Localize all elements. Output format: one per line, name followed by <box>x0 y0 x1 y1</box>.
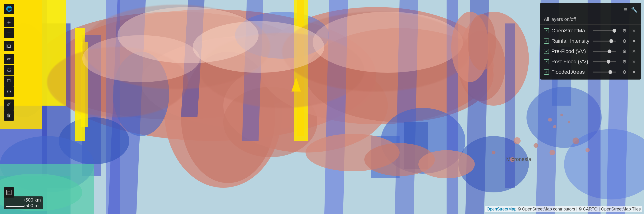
svg-point-70 <box>548 118 552 122</box>
globe-icon: 🌐 <box>6 6 12 12</box>
svg-point-57 <box>514 137 520 144</box>
layer-row-pre-flood: Pre-Flood (VV) ⚙ ✕ <box>540 46 641 56</box>
svg-point-59 <box>550 150 555 155</box>
attribution: OpenStreetMap © OpenStreetMap contributo… <box>485 206 642 212</box>
wrench-icon[interactable]: 🔧 <box>631 7 638 13</box>
left-toolbar: 🌐 + − ⊡ ✏ ⬠ □ ⊙ ✐ 🗑 <box>4 4 14 121</box>
svg-point-56 <box>312 12 463 73</box>
draw-pencil-button[interactable]: ✏ <box>4 54 14 64</box>
layer-opacity-rainfall[interactable] <box>593 41 616 41</box>
draw-polygon-button[interactable]: ⬠ <box>4 65 14 75</box>
layer-settings-flooded[interactable]: ⚙ <box>621 68 628 76</box>
layer-slider-container-rainfall <box>593 41 618 41</box>
layer-row-flooded-areas: Flooded Areas ⚙ ✕ <box>540 67 641 77</box>
all-layers-label: All layers on/off <box>544 17 576 22</box>
layer-checkbox-pre-flood[interactable] <box>544 49 549 54</box>
svg-rect-44 <box>505 23 515 188</box>
svg-point-69 <box>468 14 496 70</box>
layer-slider-container-post-flood <box>593 61 618 62</box>
svg-point-54 <box>82 35 200 82</box>
list-icon[interactable]: ≡ <box>624 6 627 13</box>
layer-settings-pre-flood[interactable]: ⚙ <box>621 48 628 55</box>
attribution-suffix: © OpenStreetMap contributors | © CARTO |… <box>518 207 641 212</box>
all-layers-row[interactable]: All layers on/off <box>540 15 641 23</box>
layer-checkbox-flooded-areas[interactable] <box>544 69 549 75</box>
layer-settings-openstreetmap[interactable]: ⚙ <box>621 27 628 34</box>
zoom-out-button[interactable]: − <box>4 28 14 38</box>
edit-icon: ✐ <box>7 102 11 108</box>
svg-point-62 <box>572 138 579 144</box>
add-point-button[interactable]: ⊙ <box>4 86 14 97</box>
svg-point-72 <box>553 125 556 128</box>
svg-point-55 <box>193 21 324 73</box>
delete-features-button[interactable]: 🗑 <box>4 110 14 121</box>
trash-icon: 🗑 <box>6 113 11 118</box>
layer-remove-post-flood[interactable]: ✕ <box>630 58 638 65</box>
zoom-extent-button[interactable]: ⊡ <box>4 41 14 51</box>
svg-point-61 <box>510 157 515 162</box>
layer-name-flooded-areas: Flooded Areas <box>552 69 590 75</box>
layers-panel: ≡ 🔧 All layers on/off OpenStreetMap.... … <box>540 3 641 80</box>
svg-point-73 <box>568 121 570 123</box>
pin-icon: ⊙ <box>7 88 11 95</box>
layer-checkbox-rainfall-intensity[interactable] <box>544 38 549 44</box>
svg-point-60 <box>492 151 496 154</box>
layer-row-post-flood: Post-Flood (VV) ⚙ ✕ <box>540 56 641 67</box>
draw-rect-button[interactable]: □ <box>4 76 14 86</box>
scale-ruler-km <box>6 199 24 201</box>
scale-mi-label: 500 mi <box>26 203 40 208</box>
map-container: Micronesia 🌐 + − ⊡ ✏ ⬠ □ ⊙ <box>0 0 644 214</box>
svg-point-58 <box>534 143 538 148</box>
panel-divider-1 <box>540 24 641 25</box>
layer-slider-container-flooded <box>593 72 618 72</box>
layout-icon: □ <box>6 190 12 195</box>
layer-opacity-flooded[interactable] <box>593 72 616 72</box>
globe-button[interactable]: 🌐 <box>4 4 14 14</box>
layer-settings-post-flood[interactable]: ⚙ <box>621 58 628 65</box>
scale-bar: 500 km 500 mi <box>4 197 43 209</box>
layers-panel-header: ≡ 🔧 <box>540 5 641 15</box>
layer-name-post-flood: Post-Flood (VV) <box>552 59 590 65</box>
svg-point-67 <box>418 150 475 178</box>
layer-name-openstreetmap: OpenStreetMap.... <box>552 28 590 34</box>
extent-icon: ⊡ <box>6 44 11 48</box>
layer-name-rainfall-intensity: Rainfall Intensity <box>552 38 590 44</box>
layer-row-rainfall-intensity: Rainfall Intensity ⚙ ✕ <box>540 36 641 46</box>
zoom-in-button[interactable]: + <box>4 17 14 27</box>
layer-opacity-post-flood[interactable] <box>593 61 616 62</box>
layer-opacity-openstreetmap[interactable] <box>593 30 616 31</box>
layer-remove-pre-flood[interactable]: ✕ <box>630 48 638 55</box>
polygon-icon: ⬠ <box>7 67 11 73</box>
layer-checkbox-openstreetmap[interactable] <box>544 28 549 33</box>
rect-icon: □ <box>7 78 10 84</box>
layer-settings-rainfall[interactable]: ⚙ <box>621 37 628 45</box>
layer-slider-container-openstreetmap <box>593 30 618 31</box>
layer-name-pre-flood: Pre-Flood (VV) <box>552 48 590 54</box>
svg-point-71 <box>560 114 563 116</box>
plus-icon: + <box>7 18 10 26</box>
edit-features-button[interactable]: ✐ <box>4 99 14 110</box>
layer-row-openstreetmap: OpenStreetMap.... ⚙ ✕ <box>540 25 641 36</box>
layer-remove-flooded[interactable]: ✕ <box>630 68 638 76</box>
layout-button[interactable]: □ <box>4 187 14 198</box>
scale-ruler-mi <box>6 205 24 207</box>
pencil-icon: ✏ <box>7 56 11 62</box>
layer-slider-container-pre-flood <box>593 51 618 52</box>
layer-remove-openstreetmap[interactable]: ✕ <box>630 27 638 34</box>
minus-icon: − <box>7 29 10 37</box>
layer-opacity-pre-flood[interactable] <box>593 51 616 52</box>
attribution-link[interactable]: OpenStreetMap <box>486 207 516 212</box>
svg-point-63 <box>586 148 590 152</box>
scale-km-label: 500 km <box>26 197 41 203</box>
layer-checkbox-post-flood[interactable] <box>544 59 549 64</box>
layer-remove-rainfall[interactable]: ✕ <box>630 37 638 45</box>
